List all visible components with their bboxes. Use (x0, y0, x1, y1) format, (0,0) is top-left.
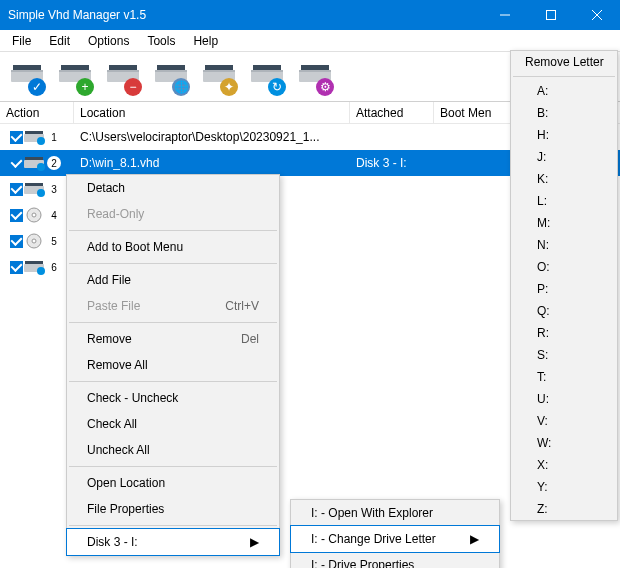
ctx-open-location[interactable]: Open Location (67, 470, 279, 496)
context-menu-main: DetachRead-OnlyAdd to Boot MenuAdd FileP… (66, 174, 280, 556)
svg-rect-42 (25, 183, 43, 186)
svg-rect-33 (299, 70, 331, 72)
drive-letter-b[interactable]: B: (511, 102, 617, 124)
svg-point-44 (37, 189, 45, 197)
svg-rect-18 (155, 70, 187, 72)
ctx-check-uncheck[interactable]: Check - Uncheck (67, 385, 279, 411)
svg-rect-36 (25, 131, 43, 134)
drive-letter-w[interactable]: W: (511, 432, 617, 454)
col-action[interactable]: Action (0, 102, 74, 123)
svg-rect-49 (25, 261, 43, 264)
svg-rect-0 (547, 11, 556, 20)
drive-letter-l[interactable]: L: (511, 190, 617, 212)
titlebar: Simple Vhd Manager v1.5 (0, 0, 620, 30)
drive-letter-n[interactable]: N: (511, 234, 617, 256)
ctx-detach[interactable]: Detach (67, 175, 279, 201)
hdd-icon (23, 259, 45, 275)
svg-rect-26 (253, 65, 281, 70)
ctx-i-change-drive-letter[interactable]: I: - Change Drive Letter▶ (290, 525, 500, 553)
ctx-remove-all[interactable]: Remove All (67, 352, 279, 378)
cd-icon (23, 233, 45, 249)
row-attached (350, 202, 434, 228)
refresh-button[interactable]: ↻ (244, 54, 290, 100)
ctx-disk-3-i-[interactable]: Disk 3 - I:▶ (66, 528, 280, 556)
row-number: 4 (47, 208, 61, 222)
remove-letter[interactable]: Remove Letter (511, 51, 617, 73)
ctx-check-all[interactable]: Check All (67, 411, 279, 437)
col-attached[interactable]: Attached (350, 102, 434, 123)
drive-letter-x[interactable]: X: (511, 454, 617, 476)
row-checkbox[interactable] (10, 131, 23, 144)
row-attached (350, 228, 434, 254)
svg-rect-16 (157, 65, 185, 70)
svg-rect-6 (61, 65, 89, 70)
submenu-arrow-icon: ▶ (250, 535, 259, 549)
row-number: 1 (47, 130, 61, 144)
ctx-i-drive-properties[interactable]: I: - Drive Properties (291, 552, 499, 568)
svg-rect-8 (59, 70, 91, 72)
separator (69, 466, 277, 467)
row-checkbox[interactable] (10, 183, 23, 196)
svg-text:↻: ↻ (272, 80, 282, 94)
drive-letter-a[interactable]: A: (511, 80, 617, 102)
remove-vhd-button[interactable]: − (100, 54, 146, 100)
drive-letter-u[interactable]: U: (511, 388, 617, 410)
row-attached (350, 254, 434, 280)
minimize-button[interactable] (482, 0, 528, 30)
row-checkbox[interactable] (10, 235, 23, 248)
drive-letter-m[interactable]: M: (511, 212, 617, 234)
svg-text:⚙: ⚙ (320, 80, 331, 94)
drive-letter-s[interactable]: S: (511, 344, 617, 366)
drive-letter-r[interactable]: R: (511, 322, 617, 344)
row-attached (350, 176, 434, 202)
svg-text:+: + (81, 80, 88, 94)
drive-letter-z[interactable]: Z: (511, 498, 617, 520)
ctx-uncheck-all[interactable]: Uncheck All (67, 437, 279, 463)
hdd-icon (23, 155, 45, 171)
separator (69, 381, 277, 382)
row-checkbox[interactable] (10, 209, 23, 222)
separator (69, 322, 277, 323)
svg-point-48 (32, 239, 36, 243)
drive-letter-o[interactable]: O: (511, 256, 617, 278)
row-checkbox[interactable] (10, 157, 23, 170)
close-button[interactable] (574, 0, 620, 30)
svg-rect-21 (205, 65, 233, 70)
drive-letter-j[interactable]: J: (511, 146, 617, 168)
menu-tools[interactable]: Tools (139, 32, 183, 50)
cd-icon (23, 207, 45, 223)
drive-letter-v[interactable]: V: (511, 410, 617, 432)
col-location[interactable]: Location (74, 102, 350, 123)
row-number: 6 (47, 260, 61, 274)
ctx-add-to-boot-menu[interactable]: Add to Boot Menu (67, 234, 279, 260)
drive-letter-flyout: Remove LetterA:B:H:J:K:L:M:N:O:P:Q:R:S:T… (510, 50, 618, 521)
drive-letter-y[interactable]: Y: (511, 476, 617, 498)
drive-letter-h[interactable]: H: (511, 124, 617, 146)
menu-options[interactable]: Options (80, 32, 137, 50)
svg-text:✓: ✓ (32, 80, 42, 94)
svg-rect-13 (107, 70, 139, 72)
drive-letter-p[interactable]: P: (511, 278, 617, 300)
settings-button[interactable]: ⚙ (292, 54, 338, 100)
open-location-button[interactable]: 🌐 (148, 54, 194, 100)
drive-letter-t[interactable]: T: (511, 366, 617, 388)
menu-help[interactable]: Help (185, 32, 226, 50)
boot-menu-button[interactable]: ✦ (196, 54, 242, 100)
menu-edit[interactable]: Edit (41, 32, 78, 50)
drive-letter-q[interactable]: Q: (511, 300, 617, 322)
menu-file[interactable]: File (4, 32, 39, 50)
ctx-remove[interactable]: RemoveDel (67, 326, 279, 352)
separator (69, 263, 277, 264)
row-checkbox[interactable] (10, 261, 23, 274)
maximize-button[interactable] (528, 0, 574, 30)
svg-point-46 (32, 213, 36, 217)
ctx-i-open-with-explorer[interactable]: I: - Open With Explorer (291, 500, 499, 526)
ctx-add-file[interactable]: Add File (67, 267, 279, 293)
drive-letter-k[interactable]: K: (511, 168, 617, 190)
add-vhd-button[interactable]: ✓ (4, 54, 50, 100)
menubar: FileEditOptionsToolsHelp (0, 30, 620, 52)
svg-rect-28 (251, 70, 283, 72)
ctx-file-properties[interactable]: File Properties (67, 496, 279, 522)
create-vhd-button[interactable]: + (52, 54, 98, 100)
row-number: 3 (47, 182, 61, 196)
